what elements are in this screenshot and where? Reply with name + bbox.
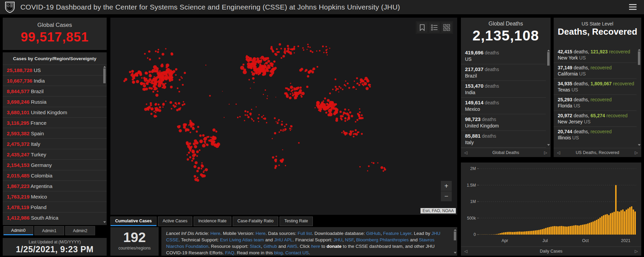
tab-admin1[interactable]: Admin1: [34, 226, 64, 235]
us-state-row[interactable]: 34,935 deaths, 1,809,067 recoveredTexas …: [554, 79, 637, 95]
us-place-line: Illinois US: [558, 135, 637, 140]
info-link[interactable]: Here: [211, 231, 220, 236]
basemap-grid-icon[interactable]: [442, 22, 452, 33]
next-panel-icon[interactable]: [635, 249, 638, 254]
info-link[interactable]: Esri Living Atlas team: [220, 237, 264, 242]
us-state-row[interactable]: 20,744 deaths, recoveredIllinois US: [554, 126, 637, 142]
scroll-up-icon[interactable]: [638, 49, 641, 51]
scroll-up-icon[interactable]: [454, 229, 457, 231]
info-link[interactable]: JHU APL: [274, 237, 293, 242]
zoom-in-button[interactable]: +: [441, 181, 452, 191]
footer-label: US Deaths, Recovered: [576, 150, 619, 155]
country-row[interactable]: 2,475,372 Italy: [3, 138, 107, 149]
world-map[interactable]: + − Esri, FAO, NOAA: [110, 18, 457, 215]
info-link[interactable]: Bloomberg Philanthropies: [356, 237, 409, 242]
scroll-down-icon[interactable]: [638, 144, 641, 146]
info-scrollbar[interactable]: [453, 228, 457, 254]
deaths-row[interactable]: 98,723 deathsUnited Kingdom: [461, 114, 546, 131]
us-recovered-label: recovered: [605, 113, 627, 118]
info-text-segment: and: [409, 237, 419, 242]
legend-list-icon[interactable]: [429, 22, 440, 33]
chart-footer: Daily Cases: [461, 246, 641, 256]
us-place: Illinois: [558, 135, 571, 140]
scroll-down-icon[interactable]: [103, 221, 106, 223]
deaths-row[interactable]: 85,881 deathsItaly: [461, 131, 546, 147]
country-row[interactable]: 2,154,153 Germany: [3, 159, 107, 170]
scrollbar-thumb[interactable]: [547, 52, 550, 66]
country-row[interactable]: 3,116,295 France: [3, 117, 107, 128]
country-row[interactable]: 1,478,119 Poland: [3, 202, 107, 212]
deaths-scrollbar[interactable]: [547, 49, 550, 147]
deaths-value-line: 85,881 deaths: [465, 133, 546, 139]
country-row[interactable]: 2,593,382 Spain: [3, 128, 107, 138]
us-deaths-value: 20,744: [558, 129, 572, 134]
info-link[interactable]: JHU: [334, 237, 342, 242]
deaths-row[interactable]: 149,614 deathsMexico: [461, 97, 546, 114]
country-row[interactable]: 3,698,246 Russia: [3, 96, 107, 107]
scroll-down-icon[interactable]: [454, 252, 457, 254]
scrollbar-thumb[interactable]: [638, 51, 640, 65]
tab-cumulative-cases[interactable]: Cumulative Cases: [110, 217, 157, 226]
us-state-row[interactable]: 20,972 deaths, 65,274 recoveredNew Jerse…: [554, 110, 637, 126]
tab-incidence-rate[interactable]: Incidence Rate: [194, 217, 231, 226]
country-list-scrollbar[interactable]: [103, 65, 106, 224]
deaths-value: 98,723: [465, 116, 481, 122]
deaths-row[interactable]: 419,696 deathsUS: [461, 48, 546, 64]
tab-testing-rate[interactable]: Testing Rate: [280, 217, 312, 226]
deaths-place: India: [465, 90, 546, 95]
prev-panel-icon[interactable]: [464, 249, 467, 254]
tab-active-cases[interactable]: Active Cases: [158, 217, 192, 226]
info-link[interactable]: Feature Layer: [383, 231, 411, 236]
deaths-row[interactable]: 217,037 deathsBrazil: [461, 64, 546, 81]
country-row[interactable]: 1,867,223 Argentina: [3, 181, 107, 191]
info-link[interactable]: blog: [274, 250, 283, 255]
menu-icon[interactable]: [629, 4, 637, 10]
info-link[interactable]: AWS: [287, 244, 297, 249]
tab-case-fatality-ratio[interactable]: Case-Fatality Ratio: [233, 217, 278, 226]
scrollbar-thumb[interactable]: [103, 68, 106, 83]
country-row[interactable]: 3,680,101 United Kingdom: [3, 107, 107, 117]
zoom-out-button[interactable]: −: [441, 191, 452, 201]
us-recovered-value: 121,923: [591, 49, 608, 54]
country-row[interactable]: 1,412,986 South Africa: [3, 212, 107, 223]
us-place: California: [558, 71, 578, 76]
info-link[interactable]: Slack: [250, 244, 261, 249]
prev-panel-icon[interactable]: [557, 150, 560, 155]
bookmark-icon[interactable]: [417, 22, 427, 33]
next-panel-icon[interactable]: [635, 150, 638, 155]
country-name: Brazil: [30, 88, 44, 94]
info-link[interactable]: FAQ: [225, 250, 234, 255]
info-link[interactable]: here: [311, 244, 320, 249]
us-state-row[interactable]: 37,149 deaths, recoveredCalifornia US: [554, 63, 637, 79]
deaths-value: 153,470: [465, 83, 483, 89]
next-panel-icon[interactable]: [544, 150, 547, 155]
us-place-line: New Jersey US: [558, 119, 637, 124]
page-title: COVID-19 Dashboard by the Center for Sys…: [20, 3, 400, 11]
tab-admin0[interactable]: Admin0: [3, 226, 33, 235]
country-row[interactable]: 10,667,736 India: [3, 75, 107, 86]
scroll-up-icon[interactable]: [103, 66, 106, 68]
info-link[interactable]: Contact US: [285, 250, 309, 255]
country-row[interactable]: 2,015,485 Colombia: [3, 170, 107, 181]
country-row[interactable]: 8,844,577 Brazil: [3, 86, 107, 96]
country-row[interactable]: 25,188,728 US: [3, 65, 107, 75]
us-scrollbar[interactable]: [638, 48, 641, 147]
us-panel-footer: US Deaths, Recovered: [554, 148, 641, 157]
info-link[interactable]: Github: [264, 244, 277, 249]
scroll-down-icon[interactable]: [547, 144, 550, 146]
prev-panel-icon[interactable]: [464, 150, 467, 155]
info-link[interactable]: GitHub: [366, 231, 380, 236]
deaths-row[interactable]: 153,470 deathsIndia: [461, 81, 546, 97]
country-row[interactable]: 2,435,247 Turkey: [3, 149, 107, 159]
us-state-row[interactable]: 25,293 deaths, recoveredFlorida US: [554, 95, 637, 110]
info-link[interactable]: NSF: [345, 237, 354, 242]
info-link[interactable]: Here: [255, 231, 265, 236]
scrollbar-thumb[interactable]: [454, 232, 456, 240]
country-name: Argentina: [30, 183, 53, 189]
country-row[interactable]: 1,763,219 Mexico: [3, 191, 107, 202]
us-state-row[interactable]: 42,415 deaths, 121,923 recoveredNew York…: [554, 47, 637, 63]
map-case-dots: [110, 18, 457, 215]
tab-admin2[interactable]: Admin2: [65, 226, 95, 235]
info-link[interactable]: Full list: [298, 231, 312, 236]
scroll-up-icon[interactable]: [547, 50, 550, 51]
